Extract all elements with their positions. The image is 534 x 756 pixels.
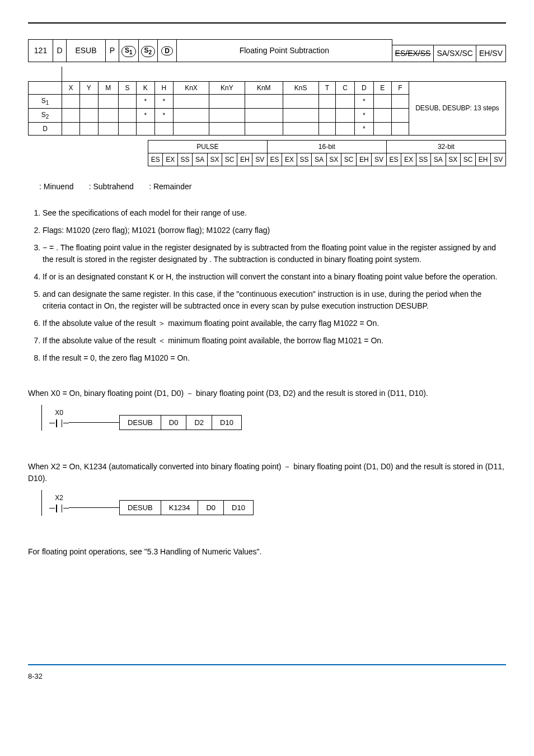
note-4: If or is an designated constant K or H, … [43, 271, 506, 283]
ex2-contact-label: X2 [55, 493, 63, 503]
note-7: If the absolute value of the result ＜ mi… [43, 335, 506, 347]
model-sa: SA/SX/SC [434, 45, 476, 62]
ladder-1: X0 DESUB D0 D2 D10 [41, 405, 506, 431]
ex1-text: When X0 = On, binary floating point (D1,… [28, 388, 506, 399]
ex2-text: When X2 = On, K1234 (automatically conve… [28, 461, 506, 484]
operand-s2: S2 [138, 40, 158, 62]
ladder-2: X2 DESUB K1234 D0 D10 [41, 490, 506, 516]
ex2-instruction: DESUB K1234 D0 D10 [119, 500, 254, 516]
operands-line: : Minuend : Subtrahend : Remainder [39, 181, 506, 193]
api-p: P [106, 40, 119, 62]
top-rule [28, 22, 506, 24]
operand-d: D [158, 40, 177, 62]
page-number: 8-32 [28, 671, 506, 682]
note-5: and can designate the same register. In … [43, 288, 506, 312]
instruction-title: Floating Point Subtraction [177, 40, 392, 62]
ex1-contact-label: X0 [55, 408, 63, 418]
explanations-list: See the specifications of each model for… [28, 207, 506, 364]
steps-note: DESUB, DESUBP: 13 steps [409, 81, 505, 136]
contact-icon [49, 503, 69, 514]
contact-icon [49, 418, 69, 428]
note-2: Flags: M1020 (zero flag); M1021 (borrow … [43, 225, 506, 236]
ex1-instruction: DESUB D0 D2 D10 [119, 415, 242, 431]
api-num: 121 [29, 40, 53, 62]
model-es: ES/EX/SS [392, 45, 434, 62]
model-eh: EH/SV [476, 45, 505, 62]
note-8: If the result = 0, the zero flag M1020 =… [43, 352, 506, 364]
remark-text: For floating point operations, see "5.3 … [28, 546, 506, 558]
api-d: D [53, 40, 67, 62]
bottom-rule [28, 664, 506, 665]
type-footer: PULSE 16-bit 32-bit ESEXSSSA SXSCEHSV ES… [148, 140, 506, 166]
operand-s1: S1 [119, 40, 139, 62]
grid-header-row: XYMS KHKnXKnY KnMKnSTC DEF DESUB, DESUBP… [29, 81, 506, 94]
note-3: − = . The floating point value in the re… [43, 242, 506, 265]
mnemonic: ESUB [67, 40, 106, 62]
note-6: If the absolute value of the result ＞ ma… [43, 318, 506, 329]
operand-grid: XYMS KHKnXKnY KnMKnSTC DEF DESUB, DESUBP… [28, 67, 506, 136]
note-1: See the specifications of each model for… [43, 207, 506, 219]
instruction-header-table: 121 D ESUB P S1 S2 D Floating Point Subt… [28, 39, 506, 62]
